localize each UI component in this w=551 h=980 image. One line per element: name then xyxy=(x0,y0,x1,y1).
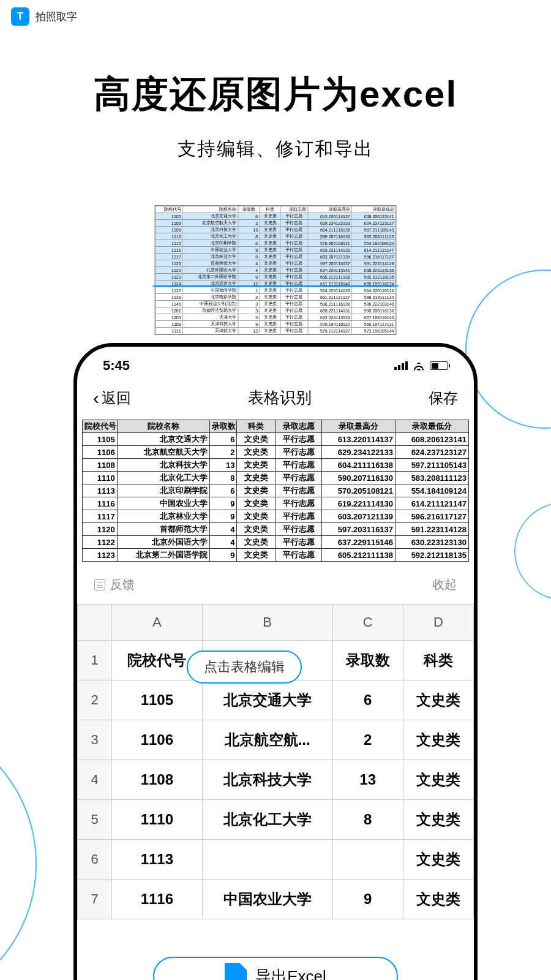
edit-hint-bubble[interactable]: 点击表格编辑 xyxy=(187,650,302,684)
grid-cell[interactable]: 文史类 xyxy=(403,680,473,720)
grid-cell[interactable]: 6 xyxy=(332,680,403,720)
grid-cell[interactable]: 13 xyxy=(332,760,403,800)
grid-cell[interactable]: 中国农业大学 xyxy=(202,880,332,919)
signal-icon xyxy=(394,361,408,370)
app-name: 拍照取字 xyxy=(36,10,77,24)
back-button[interactable]: ‹ 返回 xyxy=(93,388,131,409)
list-icon xyxy=(94,579,105,590)
back-label: 返回 xyxy=(102,388,131,408)
grid-cell[interactable]: 2 xyxy=(332,720,403,760)
grid-cell[interactable]: 录取数 xyxy=(332,641,403,680)
feedback-button[interactable]: 反馈 xyxy=(94,576,135,593)
collapse-button[interactable]: 收起 xyxy=(432,576,457,593)
scan-line xyxy=(153,285,399,287)
battery-icon xyxy=(430,361,448,370)
recognized-raw-table: 院校代号院校名称录取数科类录取志愿录取最高分录取最低分1105北京交通大学6文史… xyxy=(77,420,474,562)
app-topbar: T 拍照取字 xyxy=(0,0,551,33)
export-label: 导出Excel xyxy=(255,966,326,981)
grid-cell[interactable]: 北京科技大学 xyxy=(202,760,332,800)
xls-file-icon xyxy=(225,963,247,980)
background-source-table: 院校代号院校名称录取数科类录取志愿录取最高分录取最低分1105北京交通大学6文史… xyxy=(155,205,397,335)
hero-subtitle: 支持编辑、修订和导出 xyxy=(0,137,551,162)
chevron-left-icon: ‹ xyxy=(93,388,99,409)
grid-row-number[interactable]: 2 xyxy=(78,680,112,720)
grid-cell[interactable]: 1108 xyxy=(112,760,203,800)
grid-cell[interactable]: 北京化工大学 xyxy=(202,800,332,840)
decor-curve xyxy=(514,502,551,600)
feedback-label: 反馈 xyxy=(110,576,135,593)
grid-col-header[interactable]: C xyxy=(332,605,403,641)
grid-cell[interactable]: 北京交通大学 xyxy=(202,680,332,720)
status-time: 5:45 xyxy=(103,358,130,374)
grid-cell[interactable]: 文史类 xyxy=(403,720,473,760)
grid-cell[interactable]: 1113 xyxy=(112,840,203,880)
hero-title: 高度还原图片为excel xyxy=(0,70,551,119)
grid-col-header[interactable]: B xyxy=(202,605,332,641)
grid-row-number[interactable]: 1 xyxy=(78,641,112,680)
grid-cell[interactable]: 文史类 xyxy=(403,760,473,800)
grid-col-header[interactable]: A xyxy=(112,605,203,641)
grid-col-header[interactable]: D xyxy=(403,605,473,641)
export-excel-button[interactable]: 导出Excel xyxy=(153,957,398,980)
grid-row-number[interactable]: 3 xyxy=(78,720,112,760)
grid-cell[interactable]: 北京航空航... xyxy=(202,720,332,760)
grid-cell[interactable]: 1106 xyxy=(112,720,203,760)
grid-cell[interactable]: 1116 xyxy=(112,880,203,919)
grid-row-number[interactable]: 6 xyxy=(78,840,112,880)
grid-row-number[interactable]: 7 xyxy=(78,880,112,919)
grid-cell[interactable]: 文史类 xyxy=(403,880,473,919)
decor-curve xyxy=(465,270,551,429)
grid-cell[interactable] xyxy=(332,840,403,880)
grid-cell[interactable] xyxy=(202,840,332,880)
grid-cell[interactable]: 科类 xyxy=(403,641,473,680)
grid-row-number[interactable]: 4 xyxy=(78,760,112,800)
grid-cell[interactable]: 文史类 xyxy=(403,800,473,840)
save-button[interactable]: 保存 xyxy=(429,388,458,408)
grid-cell[interactable]: 1110 xyxy=(112,800,203,840)
grid-row-number[interactable]: 5 xyxy=(78,800,112,840)
grid-cell[interactable]: 1105 xyxy=(112,680,203,720)
grid-cell[interactable]: 9 xyxy=(332,880,403,919)
grid-cell[interactable]: 文史类 xyxy=(403,840,473,880)
page-title: 表格识别 xyxy=(248,387,312,409)
wifi-icon xyxy=(413,361,425,371)
grid-cell[interactable]: 8 xyxy=(332,800,403,840)
decor-curve xyxy=(0,717,37,980)
feedback-bar: 反馈 收起 xyxy=(77,562,474,604)
status-bar: 5:45 xyxy=(77,347,474,380)
app-logo: T xyxy=(11,7,29,26)
nav-bar: ‹ 返回 表格识别 保存 xyxy=(77,380,474,420)
